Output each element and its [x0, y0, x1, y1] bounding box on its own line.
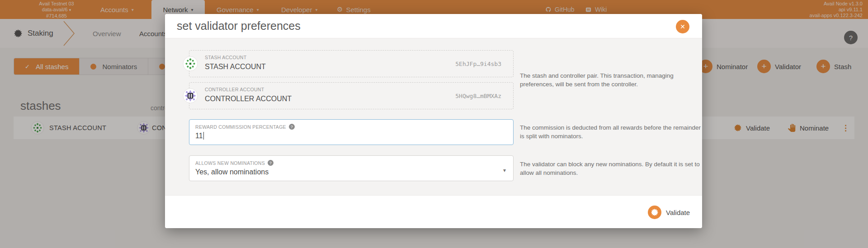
- app-screen: Avail Testnet 03 data-avail/6 ▾ #714,685…: [0, 0, 868, 248]
- validate-submit-label: Validate: [666, 209, 690, 216]
- chevron-down-icon: ▾: [503, 167, 506, 173]
- controller-address: 5HQwg8…mBMXAz: [455, 93, 501, 99]
- nominations-field-label: ALLOWS NEW NOMINATIONS ?: [195, 160, 274, 166]
- modal-header: set validator preferences ✕: [165, 14, 702, 38]
- allows-nominations-dropdown[interactable]: ALLOWS NEW NOMINATIONS ? Yes, allow nomi…: [189, 155, 514, 181]
- controller-field-value: CONTROLLER ACCOUNT: [205, 95, 292, 103]
- set-validator-preferences-modal: set validator preferences ✕ STASH ACCOUN…: [165, 14, 702, 228]
- commission-field-label: REWARD COMMISSION PERCENTAGE ?: [195, 124, 295, 130]
- question-icon: ?: [268, 160, 274, 166]
- stash-field-value: STASH ACCOUNT: [205, 63, 266, 71]
- close-icon: ✕: [680, 23, 685, 30]
- reward-commission-input[interactable]: REWARD COMMISSION PERCENTAGE ? 11: [189, 119, 514, 145]
- commission-field-value: 11: [195, 132, 204, 140]
- stash-field-label: STASH ACCOUNT: [205, 55, 246, 60]
- help-text-commission: The commission is deducted from all rewa…: [520, 123, 706, 140]
- modal-close-button[interactable]: ✕: [676, 20, 689, 33]
- text-cursor: [203, 132, 204, 140]
- controller-account-field: CONTROLLER ACCOUNT CONTROLLER ACCOUNT 5H…: [189, 82, 514, 109]
- stash-address: 5EhJFp…9i4sb3: [455, 61, 501, 67]
- stash-account-field: STASH ACCOUNT STASH ACCOUNT 5EhJFp…9i4sb…: [189, 50, 514, 77]
- help-text-nominations: The validator can block any new nominati…: [520, 160, 706, 177]
- validate-submit-button[interactable]: Validate: [648, 206, 690, 219]
- modal-footer: [165, 195, 702, 228]
- stash-identicon[interactable]: [183, 56, 198, 71]
- question-icon: ?: [289, 124, 295, 130]
- modal-title: set validator preferences: [177, 19, 301, 33]
- validate-sun-icon: [648, 206, 661, 219]
- controller-identicon[interactable]: [183, 88, 198, 103]
- help-text-pair: The stash and controller pair. This tran…: [520, 71, 706, 89]
- controller-field-label: CONTROLLER ACCOUNT: [205, 87, 264, 92]
- nominations-field-value: Yes, allow nominations: [195, 168, 269, 176]
